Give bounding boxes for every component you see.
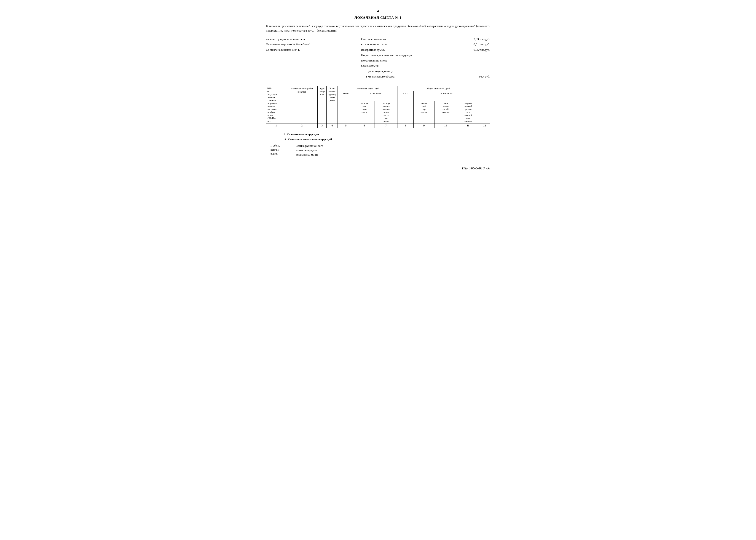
- meta-right-label-2: Возвратные суммы: [361, 47, 447, 52]
- header-col10: :основ::ной:зар-:платы:: [414, 101, 434, 123]
- meta-right-label-3: Нормативная условно-чистая продукция: [361, 52, 447, 58]
- meta-left-line1: на конструкции металлические: [266, 36, 352, 42]
- meta-right-label-1: в т.ч.прочие затраты: [361, 42, 447, 47]
- page-title: ЛОКАЛЬНАЯ СМЕТА № I: [266, 16, 490, 20]
- header-col3: :еди-:ница:изм.: [318, 86, 327, 123]
- meta-right-value-3: [447, 52, 490, 58]
- col-num-4: 4: [327, 123, 338, 128]
- header-cost-sub: : в том числе :: [354, 91, 397, 101]
- meta-right-label-0: Сметная стоимость: [361, 36, 447, 42]
- meta-right-value-5: [447, 63, 490, 68]
- meta-left-line2: Основание: чертежи № 6 альбома I: [266, 42, 352, 47]
- col-num-10: 10: [434, 123, 457, 128]
- header-col7: :основ-:ная:зар-:плата: [354, 101, 375, 123]
- header-total-group: Общая стоимость, руб.: [397, 86, 479, 91]
- section-heading-1: I. Стальные конструкции: [284, 133, 490, 136]
- header-col8: :эксплу-:атация:машин:в том:числе:зар-:п…: [375, 101, 397, 123]
- meta-right-value-7: 56,7 руб.: [449, 74, 490, 79]
- meta-right-value-1: 0,01 тыс.руб.: [447, 42, 490, 47]
- col-num-9: 9: [414, 123, 434, 128]
- col-num-11: 11: [457, 123, 479, 128]
- col-num-1: 1: [266, 123, 286, 128]
- main-table: №№пп :№ укруп-:ненных:сметных:норм,еди-:…: [266, 86, 490, 128]
- header-total-vsego: всего: [397, 91, 413, 123]
- data-item-1: I. об.см. цен ч.II п.1990 Стенка рулонно…: [270, 144, 490, 157]
- col-num-7: 7: [375, 123, 397, 128]
- header-col1: №№пп :№ укруп-:ненных:сметных:норм,еди-:…: [266, 86, 286, 123]
- meta-left: на конструкции металлические Основание: …: [266, 36, 352, 79]
- header-col4: :Коли-:чество::единиц::изме-:рения: [327, 86, 338, 123]
- col-num-5: 5: [338, 123, 354, 128]
- header-total-sub: :в том числе:: [414, 91, 479, 101]
- col-num-6: 6: [354, 123, 375, 128]
- meta-right-value-0: 2,83 тыс.руб.: [447, 36, 490, 42]
- meta-right-label-6: расчетную единицу: [368, 68, 449, 73]
- meta-left-line3: Составлена в ценах 1984 г.: [266, 47, 352, 52]
- header-col11: :экс-:плуа-:таций::машин:: [434, 101, 457, 123]
- description: К типовым проектным решениям "Резервуар …: [266, 24, 490, 33]
- header-cost-unit-group: Стоимость един., руб.: [338, 86, 397, 91]
- meta-right-value-2: 0,05 тыс.руб.: [447, 47, 490, 52]
- item-code-1: I. об.см. цен ч.II п.1990: [270, 144, 293, 157]
- col-num-3: 3: [318, 123, 327, 128]
- column-number-row: 1 2 3 4 5 6 7 8 9 10 11 12: [266, 123, 490, 128]
- meta-right-label-7: 1 м3 полезного объема: [366, 74, 449, 79]
- page-number: 4: [266, 9, 490, 13]
- meta-right-value-6: [449, 68, 490, 73]
- meta-right: Сметная стоимость 2,83 тыс.руб. в т.ч.пр…: [361, 36, 490, 79]
- header-col6-vsego: всего: [338, 91, 354, 123]
- item-desc-1: Стенка рулонной заго- товки резервуара о…: [296, 144, 490, 157]
- col-num-8: 8: [397, 123, 413, 128]
- subsection-heading-A: А. Стоимость металлоконструкций: [284, 138, 490, 141]
- col-num-12: 12: [479, 123, 490, 128]
- meta-right-value-4: [447, 58, 490, 63]
- header-col2: Наименование работи затрат: [286, 86, 318, 123]
- table-divider-top: [266, 84, 490, 84]
- meta-right-label-5: Стоимость на:: [361, 63, 447, 68]
- meta-right-label-4: Показатели по смете: [361, 58, 447, 63]
- col-num-2: 2: [286, 123, 318, 128]
- footer-code: ТПР 705-5-018, 86: [266, 166, 490, 170]
- header-col12: :норма-:тивной:услов-:но-:чистой:про-:ду…: [457, 101, 479, 123]
